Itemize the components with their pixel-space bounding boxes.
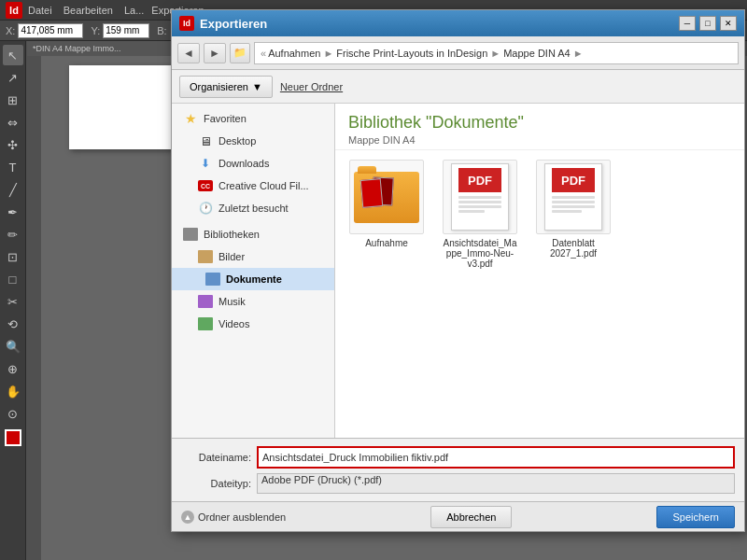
dialog-bottom-fields: Dateiname: Dateityp: Adobe PDF (Druck) (…: [172, 438, 744, 501]
pdf-line: [552, 196, 595, 199]
b-label: B:: [157, 25, 166, 36]
filetype-label: Dateityp:: [181, 478, 251, 489]
sidebar: ★ Favoriten 🖥 Desktop ⬇ Downloads: [172, 104, 335, 438]
minimize-button[interactable]: ─: [679, 16, 696, 31]
recent-icon: 🕐: [198, 201, 213, 216]
sidebar-label-dokumente: Dokumente: [226, 273, 282, 285]
window-controls: ─ □ ✕: [679, 16, 737, 31]
pencil-tool[interactable]: ✏: [3, 224, 23, 245]
sidebar-label-cc: Creative Cloud Fil...: [218, 180, 309, 191]
type-tool[interactable]: T: [3, 157, 23, 177]
rect-frame-tool[interactable]: ⊡: [3, 246, 23, 267]
sidebar-label-favoriten: Favoriten: [204, 113, 247, 124]
dialog-toolbar-row: Organisieren ▼ Neuer Ordner: [172, 70, 744, 104]
pen-tool[interactable]: ✒: [3, 202, 23, 222]
pdf-line: [458, 201, 501, 203]
bc-sep1: ►: [323, 48, 333, 59]
eyedrop-tool[interactable]: 🔍: [3, 336, 23, 357]
file-grid: Aufnahme PDF: [335, 150, 744, 438]
x-coord: X:: [6, 23, 83, 38]
organize-arrow: ▼: [252, 81, 262, 92]
filename-row: Dateiname:: [181, 446, 735, 469]
indesign-background: Id Datei Bearbeiten La... Exportieren X:…: [0, 0, 747, 560]
measure-tool[interactable]: ⊕: [3, 358, 23, 379]
sidebar-label-bibliotheken: Bibliotheken: [204, 229, 260, 240]
direct-select-tool[interactable]: ↗: [3, 67, 23, 88]
aufnahme-thumb: [349, 160, 424, 234]
file-item-aufnahme[interactable]: Aufnahme: [345, 160, 429, 269]
breadcrumb-3[interactable]: Mappe DIN A4: [503, 48, 571, 59]
ansicht-thumb: PDF: [443, 160, 517, 234]
file-content-area: Bibliothek "Dokumente" Mappe DIN A4 A: [335, 104, 744, 438]
folder-img-front: [360, 178, 384, 208]
dokumente-icon: [205, 272, 220, 287]
pdf-badge-2: PDF: [552, 168, 595, 192]
navigation-bar: ◄ ► 📁 « Aufnahmen ► Frische Print-Layout…: [172, 36, 744, 70]
filename-label: Dateiname:: [181, 452, 251, 463]
filename-input[interactable]: [257, 446, 735, 469]
sidebar-item-zuletzt[interactable]: 🕐 Zuletzt besucht: [172, 197, 334, 219]
page-tool[interactable]: ⊞: [3, 90, 23, 110]
file-item-datenblatt[interactable]: PDF Datenblatt 2027_1.pdf: [531, 160, 615, 269]
sidebar-item-videos[interactable]: Videos: [172, 313, 334, 335]
sidebar-item-musik[interactable]: Musik: [172, 290, 334, 313]
menu-datei[interactable]: Datei: [28, 5, 52, 16]
menu-bearbeiten[interactable]: Bearbeiten: [63, 5, 113, 16]
save-button[interactable]: Speichern: [656, 506, 735, 528]
sidebar-item-desktop[interactable]: 🖥 Desktop: [172, 130, 334, 152]
export-dialog: Id Exportieren ─ □ ✕ ◄ ► 📁 « Aufnahmen ►…: [171, 9, 745, 532]
sidebar-label-zuletzt: Zuletzt besucht: [218, 203, 289, 214]
menu-layout[interactable]: La...: [124, 5, 144, 16]
pdf-lines-2: [552, 196, 595, 215]
file-item-ansicht[interactable]: PDF Ansichtsdatei_Mappe_Immo-Neu-v3.pdf: [438, 160, 522, 269]
maximize-button[interactable]: □: [699, 16, 716, 31]
zoom-tool[interactable]: ⊙: [3, 403, 23, 424]
bc-arrow1: «: [261, 48, 266, 59]
musik-icon: [198, 294, 213, 309]
bilder-icon: [198, 249, 213, 264]
selection-tool[interactable]: ↖: [3, 45, 23, 65]
back-button[interactable]: ◄: [177, 43, 200, 63]
content-tool[interactable]: ✣: [3, 134, 23, 155]
aufnahme-label: Aufnahme: [365, 238, 408, 248]
new-folder-button[interactable]: Neuer Ordner: [280, 76, 343, 98]
sidebar-item-downloads[interactable]: ⬇ Downloads: [172, 152, 334, 175]
bc-sep2: ►: [490, 48, 500, 59]
filetype-display: Adobe PDF (Druck) (*.pdf): [257, 473, 735, 494]
line-tool[interactable]: ╱: [3, 179, 23, 200]
star-icon: ★: [183, 111, 198, 126]
y-coord: Y:: [91, 23, 149, 38]
tools-panel: ↖ ↗ ⊞ ⇔ ✣ T ╱ ✒ ✏ ⊡ □ ✂ ⟲ 🔍 ⊕ ✋ ⊙: [0, 41, 26, 560]
cancel-button[interactable]: Abbrechen: [430, 506, 512, 528]
sidebar-item-bibliotheken[interactable]: Bibliotheken: [172, 223, 334, 245]
sidebar-label-downloads: Downloads: [218, 158, 269, 169]
hand-tool[interactable]: ✋: [3, 381, 23, 401]
menu-items: Datei Bearbeiten La...: [28, 5, 144, 16]
filetype-row: Dateityp: Adobe PDF (Druck) (*.pdf): [181, 473, 735, 494]
rect-tool[interactable]: □: [3, 269, 23, 289]
sidebar-item-dokumente[interactable]: Dokumente: [172, 268, 334, 290]
free-transform-tool[interactable]: ⟲: [3, 314, 23, 334]
sidebar-label-bilder: Bilder: [218, 251, 245, 262]
breadcrumb-2[interactable]: Frische Print-Layouts in InDesign: [336, 48, 487, 59]
scissors-tool[interactable]: ✂: [3, 291, 23, 312]
library-header: Bibliothek "Dokumente" Mappe DIN A4: [335, 104, 744, 150]
organize-button[interactable]: Organisieren ▼: [179, 76, 273, 98]
color-swatch[interactable]: [5, 429, 21, 446]
datenblatt-pdf-icon: PDF: [544, 163, 602, 231]
sidebar-item-creative-cloud[interactable]: CC Creative Cloud Fil...: [172, 175, 334, 197]
pdf-line: [458, 210, 485, 213]
dialog-content-area: ★ Favoriten 🖥 Desktop ⬇ Downloads: [172, 104, 744, 438]
x-input[interactable]: [18, 23, 83, 38]
close-button[interactable]: ✕: [720, 16, 737, 31]
toggle-folder-button[interactable]: ▲ Ordner ausblenden: [181, 511, 286, 524]
breadcrumb-1[interactable]: Aufnahmen: [268, 48, 320, 59]
y-input[interactable]: [103, 23, 149, 38]
folder-icon-btn[interactable]: 📁: [230, 43, 250, 63]
sidebar-item-favoriten[interactable]: ★ Favoriten: [172, 107, 334, 130]
gap-tool[interactable]: ⇔: [3, 112, 23, 133]
pdf-line: [552, 210, 582, 213]
sidebar-item-bilder[interactable]: Bilder: [172, 245, 334, 268]
pdf-line: [552, 201, 595, 203]
forward-button[interactable]: ►: [204, 43, 226, 63]
